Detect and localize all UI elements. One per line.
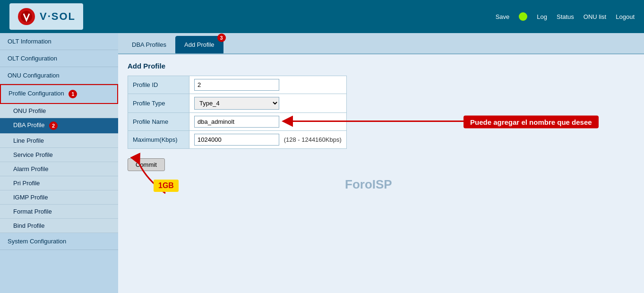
log-link[interactable]: Log	[537, 13, 547, 20]
main-layout: OLT Information OLT Configuration ONU Co…	[0, 33, 644, 293]
kbps-hint: (128 - 1244160Kbps)	[284, 136, 342, 143]
sidebar-item-olt-info[interactable]: OLT Information	[0, 33, 118, 50]
sidebar-item-pri-profile[interactable]: Pri Profile	[0, 176, 118, 190]
sidebar-item-service-profile[interactable]: Service Profile	[0, 148, 118, 162]
gb-label: 1GB	[154, 180, 179, 192]
content-area: DBA Profiles Add Profile 3 Add Profile P…	[118, 33, 644, 293]
profile-type-row: Profile Type Type_1 Type_2 Type_3 Type_4…	[128, 94, 347, 113]
save-button[interactable]: Save	[496, 13, 510, 20]
sidebar-item-alarm-profile[interactable]: Alarm Profile	[0, 162, 118, 176]
profile-name-label: Profile Name	[128, 113, 189, 131]
logo-text: V·SOL	[40, 10, 76, 23]
form-area: Add Profile Profile ID Profile Type	[118, 54, 644, 179]
add-profile-form: Profile ID Profile Type Type_1 Type_2	[128, 76, 347, 149]
header-right: Save Log Status ONU list Logout	[496, 12, 635, 21]
sidebar-item-format-profile[interactable]: Format Profile	[0, 205, 118, 219]
sidebar: OLT Information OLT Configuration ONU Co…	[0, 33, 118, 293]
sidebar-item-line-profile[interactable]: Line Profile	[0, 134, 118, 148]
form-title: Add Profile	[128, 62, 635, 70]
sidebar-item-olt-config[interactable]: OLT Configuration	[0, 50, 118, 67]
profile-id-label: Profile ID	[128, 76, 189, 94]
callout-text: Puede agregar el nombre que desee	[464, 115, 599, 128]
logout-link[interactable]: Logout	[616, 13, 635, 20]
sidebar-item-igmp-profile[interactable]: IGMP Profile	[0, 190, 118, 205]
profile-name-input[interactable]	[194, 116, 279, 128]
sidebar-item-profile-config[interactable]: Profile Configuration 1	[0, 84, 118, 104]
sidebar-item-onu-profile[interactable]: ONU Profile	[0, 104, 118, 118]
sidebar-item-onu-config[interactable]: ONU Configuration	[0, 67, 118, 84]
sidebar-item-dba-profile[interactable]: DBA Profile 2	[0, 118, 118, 134]
commit-area: Commit 1GB	[128, 154, 165, 171]
profile-type-input-cell: Type_1 Type_2 Type_3 Type_4 Type_5	[189, 94, 347, 113]
onu-list-link[interactable]: ONU list	[584, 13, 606, 20]
profile-type-select[interactable]: Type_1 Type_2 Type_3 Type_4 Type_5	[194, 97, 279, 110]
profile-name-input-cell: Puede agregar el nombre que desee	[189, 113, 347, 131]
header: V·SOL Save Log Status ONU list Logout	[0, 0, 644, 33]
sidebar-item-bind-profile[interactable]: Bind Profile	[0, 219, 118, 233]
tab-dba-profiles[interactable]: DBA Profiles	[123, 36, 175, 53]
profile-id-input-cell	[189, 76, 347, 94]
maximum-kbps-label: Maximum(Kbps)	[128, 131, 189, 149]
add-profile-tab-badge: 3	[217, 34, 226, 42]
status-link[interactable]: Status	[557, 13, 574, 20]
foroisp-watermark: ForoISP	[345, 177, 392, 192]
profile-id-row: Profile ID	[128, 76, 347, 94]
vsol-logo-icon	[17, 7, 36, 26]
logo-area: V·SOL	[9, 3, 83, 30]
status-dot	[519, 12, 527, 21]
maximum-kbps-input-cell: (128 - 1244160Kbps)	[189, 131, 347, 149]
profile-config-badge: 1	[69, 90, 77, 98]
profile-type-label: Profile Type	[128, 94, 189, 113]
maximum-kbps-row: Maximum(Kbps) (128 - 1244160Kbps)	[128, 131, 347, 149]
sidebar-item-system-config[interactable]: System Configuration	[0, 233, 118, 250]
tab-add-profile[interactable]: Add Profile 3	[175, 36, 223, 53]
profile-id-input[interactable]	[194, 79, 279, 91]
profile-name-row: Profile Name	[128, 113, 347, 131]
maximum-kbps-input[interactable]	[194, 134, 279, 146]
dba-profile-badge: 2	[49, 121, 58, 130]
tabs-bar: DBA Profiles Add Profile 3	[118, 33, 644, 54]
commit-button[interactable]: Commit	[128, 158, 165, 171]
